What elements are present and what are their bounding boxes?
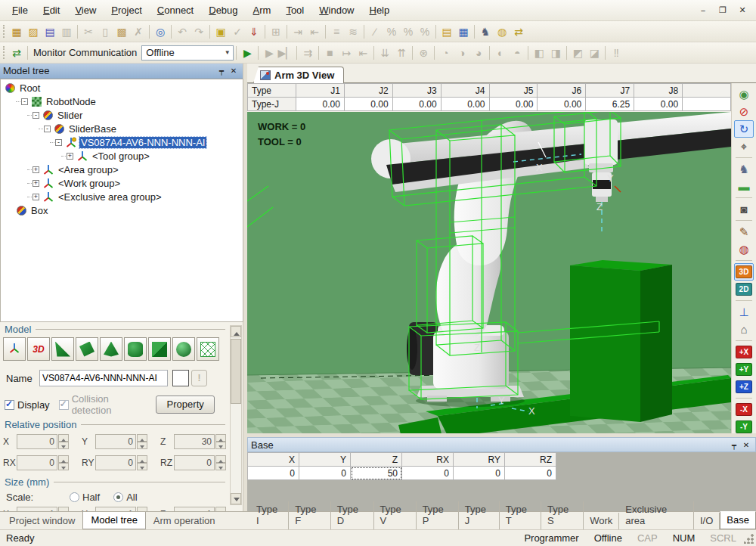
robot-view-2-icon[interactable]: ◪ [586,45,603,60]
menu-debug[interactable]: Debug [201,1,245,20]
cylinder-button[interactable] [124,337,147,361]
tab-work[interactable]: Work [584,513,619,529]
open-project-icon[interactable]: ▨ [25,24,42,39]
tree-item-tool-group[interactable]: +<Tool group> [1,149,243,163]
delete-icon[interactable]: ✗ [130,24,147,39]
spin-up-icon[interactable] [58,455,69,463]
view-plus-x-button[interactable]: +X [734,343,754,361]
tab-i-o[interactable]: I/O [694,513,720,529]
rotate-z-icon[interactable]: ↻ [734,120,754,138]
tree-toggle-icon[interactable]: - [44,126,51,132]
tree-item-root[interactable]: Root [1,81,243,95]
arm-settings-icon[interactable]: ♞ [477,24,494,39]
property-button[interactable]: Property [156,396,215,414]
io-database-icon[interactable]: ◍ [494,24,510,39]
pan-view-icon[interactable]: ⌖ [734,138,754,155]
robot-view-1-icon[interactable]: ◩ [569,45,586,60]
step-out-icon[interactable]: ⇈ [393,45,410,60]
menu-view[interactable]: View [67,1,104,20]
connection-transfer-icon[interactable]: ⇄ [8,45,25,60]
footsteps-icon[interactable]: ‼ [608,45,624,60]
indent-icon[interactable]: ⇥ [290,24,306,39]
orbit-view-icon[interactable]: ◉ [734,85,754,103]
menu-project[interactable]: Project [104,1,149,20]
tree-item-exclusive-area-group[interactable]: +<Exclusive area group> [1,190,243,203]
color-swatch[interactable] [172,370,189,386]
save-icon[interactable]: ▥ [58,24,75,39]
dropdown-arrow-icon[interactable]: ▼ [222,46,233,60]
cut-icon[interactable]: ✂ [80,24,97,39]
monitor-3-icon[interactable]: ◕ [470,45,487,60]
model-area-scrollbar[interactable] [230,325,242,505]
program-transfer-icon[interactable]: ⊞ [268,24,284,39]
scrollbar-thumb[interactable] [231,339,241,404]
tree-toggle-icon[interactable]: + [33,166,39,173]
tree-item-work-group[interactable]: +<Work group> [1,176,243,190]
tab-arm-operation[interactable]: Arm operation [146,513,223,529]
breakpoint-set-icon[interactable]: % [383,24,400,39]
tab-type-t[interactable]: Type T [500,501,541,529]
view-2d-button[interactable]: 2D [734,281,754,298]
spin-up-icon[interactable] [137,434,147,442]
run-icon[interactable]: ▶ [261,45,277,60]
tree-item-box[interactable]: Box [1,203,243,217]
base-value-x[interactable]: 0 [248,467,299,480]
spin-up-icon[interactable] [215,434,226,442]
base-value-ry[interactable]: 0 [454,467,505,480]
tree-toggle-icon[interactable]: + [33,194,39,200]
scale-half-radio[interactable] [70,492,79,502]
view-plus-z-button[interactable]: +Z [734,378,754,396]
snapshot-icon[interactable]: ◙ [734,200,754,218]
collision-detection-checkbox[interactable] [59,400,69,410]
tab-model-tree[interactable]: Model tree [82,512,145,529]
run-to-end-icon[interactable]: ▶▏ [277,45,294,60]
view-plus-y-button[interactable]: +Y [734,361,754,378]
monitor-1-icon[interactable]: ◔ [437,45,454,60]
y-spinner[interactable] [137,434,147,449]
menu-arm[interactable]: Arm [246,1,279,20]
spin-down-icon[interactable] [215,442,226,449]
menu-tool[interactable]: Tool [278,1,311,20]
z-spinner[interactable] [215,434,226,449]
tree-toggle-icon[interactable]: + [33,180,39,187]
tree-item-sliderbase[interactable]: -SliderBase [1,122,243,135]
arm-monitor-1-icon[interactable]: ◐ [492,45,509,60]
spin-up-icon[interactable] [215,455,226,463]
tree-toggle-icon[interactable]: + [67,153,73,160]
base-value-y[interactable]: 0 [299,467,351,480]
rx-spinner[interactable] [58,455,69,470]
reset-icon[interactable]: ⇤ [355,45,371,60]
add-axis-button[interactable] [3,337,26,361]
panel-2-icon[interactable]: ◨ [547,45,564,60]
toolbar-grip[interactable] [3,25,5,38]
pin-icon[interactable]: ┯ [215,65,228,76]
spin-down-icon[interactable] [58,442,69,449]
new-project-icon[interactable]: ▦ [8,24,25,39]
arm-monitor-2-icon[interactable]: ◓ [509,45,525,60]
panel-1-icon[interactable]: ◧ [531,45,547,60]
align-icon[interactable]: ≡ [328,24,345,39]
movie-record-icon[interactable]: ◍ [734,240,754,258]
spin-down-icon[interactable] [137,442,147,449]
tab-base[interactable]: Base [720,511,756,529]
tab-type-v[interactable]: Type V [374,501,417,529]
display-checkbox[interactable] [5,400,14,410]
spin-up-icon[interactable] [58,434,69,442]
restore-button[interactable]: ❐ [714,4,732,17]
cone-button[interactable] [100,337,122,361]
tab-type-s[interactable]: Type S [541,501,584,529]
menu-help[interactable]: Help [362,1,398,20]
wedge-button[interactable] [51,337,74,361]
movie-edit-icon[interactable]: ✎ [734,223,754,240]
paste-icon[interactable]: ▩ [113,24,130,39]
step-in-icon[interactable]: ⇊ [376,45,393,60]
outdent-icon[interactable]: ⇤ [306,24,323,39]
break-icon[interactable]: ↦ [338,45,355,60]
tree-toggle-icon[interactable]: - [21,98,28,105]
breakpoint-clear-icon[interactable]: % [400,24,417,39]
build-run-icon[interactable]: ▶ [239,45,256,60]
home-view-icon[interactable]: ⌂ [734,321,754,338]
base-close-icon[interactable]: ✕ [740,439,752,451]
menu-file[interactable]: File [5,1,36,20]
base-value-rz[interactable]: 0 [505,467,556,480]
